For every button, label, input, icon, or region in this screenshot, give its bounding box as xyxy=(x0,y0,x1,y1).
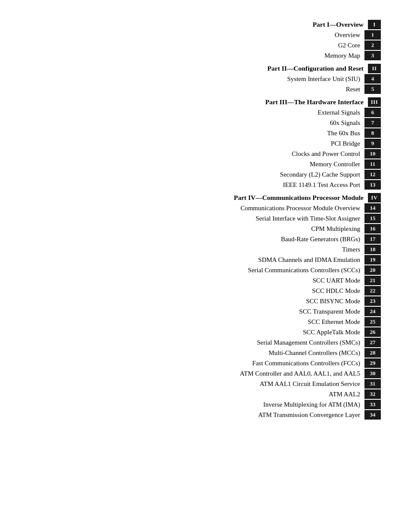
toc-row-ch34[interactable]: ATM Transmission Convergence Layer34 xyxy=(26,410,381,420)
toc-label-part2: Part II—Configuration and Reset xyxy=(26,64,368,73)
toc-label-ch10: Clocks and Power Control xyxy=(26,149,364,159)
toc-row-ch19[interactable]: SDMA Channels and IDMA Emulation19 xyxy=(26,255,381,264)
toc-badge-ch5: 5 xyxy=(364,84,381,94)
toc-badge-ch26: 26 xyxy=(364,327,381,337)
toc-row-ch16[interactable]: CPM Multiplexing16 xyxy=(26,224,381,233)
toc-row-ch11[interactable]: Memory Controller11 xyxy=(26,159,381,169)
toc-badge-ch10: 10 xyxy=(364,149,381,159)
toc-badge-ch21: 21 xyxy=(364,276,381,285)
toc-row-ch8[interactable]: The 60x Bus8 xyxy=(26,128,381,138)
toc-row-ch27[interactable]: Serial Management Controllers (SMCs)27 xyxy=(26,338,381,347)
toc-row-ch22[interactable]: SCC HDLC Mode22 xyxy=(26,286,381,296)
toc-row-ch30[interactable]: ATM Controller and AAL0, AAL1, and AAL53… xyxy=(26,369,381,378)
toc-row-ch29[interactable]: Fast Communications Controllers (FCCs)29 xyxy=(26,358,381,368)
table-of-contents: Part I—OverviewIOverview1G2 Core2Memory … xyxy=(26,17,385,420)
toc-label-ch8: The 60x Bus xyxy=(26,129,364,138)
toc-badge-part2: II xyxy=(368,64,381,73)
toc-badge-ch16: 16 xyxy=(364,224,381,233)
toc-badge-ch34: 34 xyxy=(364,410,381,420)
toc-badge-ch28: 28 xyxy=(364,348,381,358)
toc-row-ch14[interactable]: Communications Processor Module Overview… xyxy=(26,203,381,213)
toc-badge-part1: I xyxy=(368,20,381,29)
toc-label-ch2: G2 Core xyxy=(26,41,364,50)
toc-row-ch33[interactable]: Inverse Multiplexing for ATM (IMA)33 xyxy=(26,400,381,409)
toc-badge-ch23: 23 xyxy=(364,296,381,306)
toc-label-ch18: Timers xyxy=(26,245,364,254)
toc-badge-ch19: 19 xyxy=(364,255,381,264)
toc-row-ch21[interactable]: SCC UART Mode21 xyxy=(26,276,381,285)
toc-badge-part3: III xyxy=(368,97,381,107)
toc-row-ch10[interactable]: Clocks and Power Control10 xyxy=(26,149,381,159)
toc-row-ch17[interactable]: Baud-Rate Generators (BRGs)17 xyxy=(26,234,381,244)
toc-label-ch6: External Signals xyxy=(26,108,364,117)
toc-row-ch23[interactable]: SCC BISYNC Mode23 xyxy=(26,296,381,306)
toc-row-part2[interactable]: Part II—Configuration and ResetII xyxy=(26,64,381,73)
toc-label-ch20: Serial Communications Controllers (SCCs) xyxy=(26,266,364,275)
toc-label-ch19: SDMA Channels and IDMA Emulation xyxy=(26,255,364,264)
toc-badge-ch7: 7 xyxy=(364,118,381,128)
toc-row-part4[interactable]: Part IV—Communications Processor ModuleI… xyxy=(26,193,381,202)
toc-row-ch25[interactable]: SCC Ethernet Mode25 xyxy=(26,317,381,327)
toc-row-ch20[interactable]: Serial Communications Controllers (SCCs)… xyxy=(26,265,381,275)
toc-badge-ch4: 4 xyxy=(364,74,381,84)
toc-label-ch16: CPM Multiplexing xyxy=(26,224,364,233)
toc-label-part1: Part I—Overview xyxy=(26,20,368,29)
toc-label-ch24: SCC Transparent Mode xyxy=(26,307,364,316)
toc-row-ch26[interactable]: SCC AppleTalk Mode26 xyxy=(26,327,381,337)
toc-row-ch28[interactable]: Multi-Channel Controllers (MCCs)28 xyxy=(26,348,381,358)
toc-badge-part4: IV xyxy=(368,193,381,202)
toc-badge-ch30: 30 xyxy=(364,369,381,378)
toc-row-ch32[interactable]: ATM AAL232 xyxy=(26,389,381,399)
toc-label-ch15: Serial Interface with Time-Slot Assigner xyxy=(26,214,364,223)
toc-label-ch22: SCC HDLC Mode xyxy=(26,286,364,296)
toc-badge-ch32: 32 xyxy=(364,389,381,399)
toc-label-ch13: IEEE 1149.1 Test Access Port xyxy=(26,180,364,190)
toc-label-ch32: ATM AAL2 xyxy=(26,390,364,399)
toc-badge-ch27: 27 xyxy=(364,338,381,347)
toc-label-ch21: SCC UART Mode xyxy=(26,276,364,285)
toc-badge-ch13: 13 xyxy=(364,180,381,190)
toc-badge-ch1: 1 xyxy=(364,30,381,40)
toc-row-ch15[interactable]: Serial Interface with Time-Slot Assigner… xyxy=(26,214,381,223)
toc-label-ch12: Secondary (L2) Cache Support xyxy=(26,170,364,179)
toc-row-ch18[interactable]: Timers18 xyxy=(26,245,381,254)
toc-badge-ch31: 31 xyxy=(364,379,381,389)
toc-label-ch14: Communications Processor Module Overview xyxy=(26,204,364,213)
toc-label-ch25: SCC Ethernet Mode xyxy=(26,317,364,327)
toc-badge-ch25: 25 xyxy=(364,317,381,327)
toc-row-ch2[interactable]: G2 Core2 xyxy=(26,40,381,50)
toc-label-ch23: SCC BISYNC Mode xyxy=(26,297,364,306)
toc-row-ch13[interactable]: IEEE 1149.1 Test Access Port13 xyxy=(26,180,381,190)
toc-label-ch11: Memory Controller xyxy=(26,160,364,169)
toc-row-ch31[interactable]: ATM AAL1 Circuit Emulation Service31 xyxy=(26,379,381,389)
toc-row-ch12[interactable]: Secondary (L2) Cache Support12 xyxy=(26,170,381,179)
toc-badge-ch29: 29 xyxy=(364,358,381,368)
toc-row-ch9[interactable]: PCI Bridge9 xyxy=(26,139,381,148)
toc-badge-ch8: 8 xyxy=(364,128,381,138)
toc-row-ch5[interactable]: Reset5 xyxy=(26,84,381,94)
toc-label-ch28: Multi-Channel Controllers (MCCs) xyxy=(26,348,364,358)
toc-badge-ch15: 15 xyxy=(364,214,381,223)
toc-label-ch9: PCI Bridge xyxy=(26,139,364,148)
toc-label-ch34: ATM Transmission Convergence Layer xyxy=(26,411,364,420)
toc-label-ch4: System Interface Unit (SIU) xyxy=(26,75,364,84)
toc-badge-ch12: 12 xyxy=(364,170,381,179)
toc-row-ch1[interactable]: Overview1 xyxy=(26,30,381,40)
toc-badge-ch33: 33 xyxy=(364,400,381,409)
toc-row-part3[interactable]: Part III—The Hardware InterfaceIII xyxy=(26,97,381,107)
toc-row-ch3[interactable]: Memory Map3 xyxy=(26,51,381,60)
toc-badge-ch6: 6 xyxy=(364,108,381,117)
toc-row-ch4[interactable]: System Interface Unit (SIU)4 xyxy=(26,74,381,84)
toc-badge-ch17: 17 xyxy=(364,234,381,244)
toc-label-ch30: ATM Controller and AAL0, AAL1, and AAL5 xyxy=(26,369,364,378)
toc-badge-ch3: 3 xyxy=(364,51,381,60)
toc-label-ch5: Reset xyxy=(26,85,364,94)
toc-label-part4: Part IV—Communications Processor Module xyxy=(26,193,368,202)
toc-label-ch27: Serial Management Controllers (SMCs) xyxy=(26,338,364,347)
toc-row-part1[interactable]: Part I—OverviewI xyxy=(26,20,381,29)
toc-row-ch24[interactable]: SCC Transparent Mode24 xyxy=(26,307,381,316)
toc-row-ch7[interactable]: 60x Signals7 xyxy=(26,118,381,128)
toc-row-ch6[interactable]: External Signals6 xyxy=(26,108,381,117)
toc-badge-ch18: 18 xyxy=(364,245,381,254)
toc-badge-ch2: 2 xyxy=(364,40,381,50)
